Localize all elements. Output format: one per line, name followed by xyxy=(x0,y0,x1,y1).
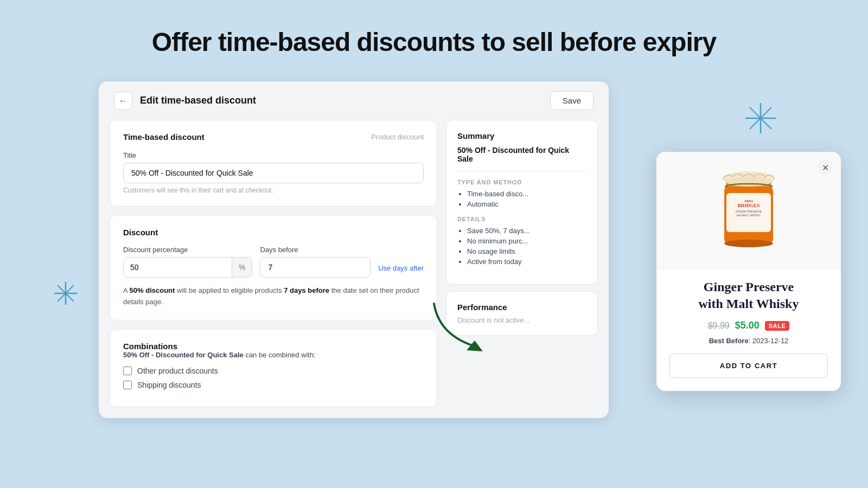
svg-line-3 xyxy=(750,107,771,129)
title-card: Time-based discount Product discount Tit… xyxy=(110,120,437,207)
details-item-1: Save 50%, 7 days... xyxy=(467,227,586,235)
checkbox-other-discounts-row: Other product discounts xyxy=(123,367,424,375)
title-field-hint: Customers will see this in their cart an… xyxy=(123,187,424,194)
details-item-2: No minimum purc... xyxy=(467,237,586,245)
svg-line-7 xyxy=(58,285,74,301)
discount-card-title: Discount xyxy=(123,228,424,237)
price-row: $9.99 $5.00 SALE xyxy=(669,320,828,331)
combo-suffix: can be combined with: xyxy=(244,351,316,359)
title-card-header: Time-based discount Product discount xyxy=(123,132,424,142)
type-item-2: Automatic xyxy=(467,200,586,208)
details-item-4: Active from today xyxy=(467,258,586,266)
back-button[interactable]: ← xyxy=(114,92,132,110)
price-sale: $5.00 xyxy=(735,320,760,331)
checkbox-shipping-label: Shipping discounts xyxy=(137,381,201,389)
sale-badge: SALE xyxy=(765,321,790,331)
percentage-input-wrapper: % xyxy=(123,257,252,278)
checkbox-other-discounts-label: Other product discounts xyxy=(137,367,218,375)
svg-line-6 xyxy=(58,285,74,301)
combinations-card-title: Combinations xyxy=(123,342,424,351)
title-field-label: Title xyxy=(123,151,424,159)
left-panel: Time-based discount Product discount Tit… xyxy=(110,120,446,407)
checkbox-shipping-discounts[interactable] xyxy=(123,381,132,389)
title-input[interactable] xyxy=(123,163,424,183)
top-bar: ← Edit time-based discount Save xyxy=(99,81,609,120)
product-popup: ✕ MRS BRIDGES GINGER PRESERVE with MALT … xyxy=(656,152,841,391)
price-original: $9.99 xyxy=(708,321,730,331)
summary-title: Summary xyxy=(457,131,586,140)
combo-bold: 50% Off - Discounted for Quick Sale xyxy=(123,351,244,359)
discount-bold-days: 7 days before xyxy=(284,286,329,294)
best-before: Best Before: 2023-12-12 xyxy=(669,337,828,345)
back-icon: ← xyxy=(119,96,127,106)
details-item-3: No usage limits xyxy=(467,247,586,255)
svg-point-19 xyxy=(724,240,773,247)
summary-discount-name: 50% Off - Discounted for Quick Sale xyxy=(457,146,586,171)
svg-text:GINGER PRESERVE: GINGER PRESERVE xyxy=(736,210,762,213)
top-bar-left: ← Edit time-based discount xyxy=(114,92,256,110)
details-list: Save 50%, 7 days... No minimum purc... N… xyxy=(457,227,586,266)
star-decoration-small xyxy=(54,282,77,308)
content-area: Time-based discount Product discount Tit… xyxy=(99,120,609,418)
combinations-description: 50% Off - Discounted for Quick Sale can … xyxy=(123,351,424,359)
combinations-card: Combinations 50% Off - Discounted for Qu… xyxy=(110,329,437,407)
percentage-label: Discount percentage xyxy=(123,246,252,254)
star-decoration-large xyxy=(745,103,776,138)
product-image-area: MRS BRIDGES GINGER PRESERVE with MALT WH… xyxy=(656,152,841,270)
add-to-cart-button[interactable]: ADD TO CART xyxy=(669,354,828,378)
save-button[interactable]: Save xyxy=(550,91,593,110)
type-item-1: Time-based disco... xyxy=(467,190,586,198)
svg-text:with MALT WHISKY: with MALT WHISKY xyxy=(737,214,761,217)
percentage-suffix: % xyxy=(232,258,252,277)
best-before-value: 2023-12-12 xyxy=(752,337,789,345)
product-name: Ginger Preservewith Malt Whisky xyxy=(669,279,828,312)
days-input[interactable] xyxy=(260,257,371,278)
days-label: Days before xyxy=(260,246,371,254)
type-list: Time-based disco... Automatic xyxy=(457,190,586,208)
percentage-field-group: Discount percentage % xyxy=(123,246,252,278)
checkbox-shipping-row: Shipping discounts xyxy=(123,381,424,389)
popup-content: Ginger Preservewith Malt Whisky $9.99 $5… xyxy=(656,270,841,391)
days-field-group: Days before xyxy=(260,246,371,278)
summary-card: Summary 50% Off - Discounted for Quick S… xyxy=(446,120,598,285)
discount-bold-pct: 50% discount xyxy=(130,286,175,294)
right-panel: Summary 50% Off - Discounted for Quick S… xyxy=(446,120,598,407)
title-card-section-title: Time-based discount xyxy=(123,132,205,142)
discount-description: A 50% discount will be applied to eligib… xyxy=(123,285,424,308)
checkbox-other-discounts[interactable] xyxy=(123,367,132,375)
svg-text:BRIDGES: BRIDGES xyxy=(738,203,760,208)
best-before-label: Best Before xyxy=(709,337,749,345)
popup-close-button[interactable]: ✕ xyxy=(817,159,833,176)
close-icon: ✕ xyxy=(822,163,829,173)
product-jar-image: MRS BRIDGES GINGER PRESERVE with MALT WH… xyxy=(708,167,789,259)
svg-marker-8 xyxy=(467,341,483,351)
percentage-input[interactable] xyxy=(124,258,232,277)
type-section-title: TYPE AND METHOD xyxy=(457,179,586,185)
editor-card: ← Edit time-based discount Save Time-bas… xyxy=(99,81,609,418)
discount-card: Discount Discount percentage % Days befo… xyxy=(110,215,437,320)
arrow-decoration xyxy=(423,293,510,358)
details-section-title: DETAILS xyxy=(457,216,586,222)
title-card-section-tag: Product discount xyxy=(371,133,424,141)
svg-line-2 xyxy=(750,107,771,129)
hero-title: Offer time-based discounts to sell befor… xyxy=(0,0,868,57)
use-days-after-link[interactable]: Use days after xyxy=(378,264,424,278)
discount-row: Discount percentage % Days before Use da… xyxy=(123,246,424,278)
page-title: Edit time-based discount xyxy=(140,95,256,106)
